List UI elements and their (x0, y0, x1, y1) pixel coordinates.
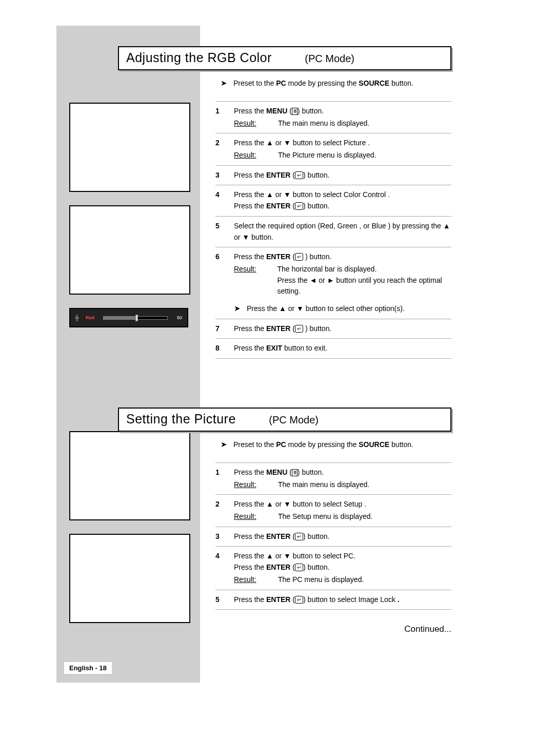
step-row: 3 Press the ENTER (↵) button. (215, 527, 451, 547)
intro-pc: PC (276, 440, 286, 449)
intro-text: button. (389, 79, 413, 87)
enter-icon: ↵ (295, 596, 303, 604)
continued-label: Continued... (215, 624, 451, 634)
result-label: Result (234, 574, 269, 586)
step-number: 1 (215, 106, 234, 129)
step-number: 4 (215, 551, 234, 585)
step-row: 1 Press the MENU (Ⅲ) button. ResultThe m… (215, 462, 451, 494)
step-row: 7 Press the ENTER (↵ ) button. (215, 319, 451, 339)
step-row: 3 Press the ENTER (↵) button. (215, 165, 451, 185)
rule (215, 609, 451, 610)
pointer-icon: ➤ (221, 79, 227, 88)
step-row: 8 Press the EXIT button to exit. (215, 338, 451, 358)
result-label: Result (234, 479, 269, 491)
step-number: 3 (215, 170, 234, 181)
result-text: The main menu is displayed. (278, 480, 369, 489)
step-row: 5 Select the required option (Red, Green… (215, 216, 451, 247)
menu-icon: Ⅲ (292, 108, 298, 115)
step-row: 2 Press the ▲ or ▼ button to select Pict… (215, 133, 451, 165)
step-body: Press the ENTER (↵) button. (234, 170, 451, 181)
intro-source: SOURCE (359, 440, 389, 449)
intro-text: mode by pressing the (286, 79, 359, 87)
osd-color-label: Red (86, 315, 99, 320)
section1-intro: ➤ Preset to the PC mode by pressing the … (221, 79, 451, 88)
step-number: 6 (215, 251, 234, 314)
section1-title: Adjusting the RGB Color (126, 50, 272, 65)
enter-icon: ↵ (295, 253, 303, 261)
step-body: Press the MENU (Ⅲ) button. ResultThe mai… (234, 106, 451, 129)
result-label: Result (234, 118, 269, 129)
enter-icon: ↵ (295, 564, 303, 571)
pointer-icon: ➤ (234, 302, 241, 314)
step-body: Select the required option (Red, Green ,… (234, 221, 451, 243)
step-number: 7 (215, 323, 234, 335)
step-number: 5 (215, 594, 234, 606)
step-body: Press the ▲ or ▼ button to select Color … (234, 189, 451, 211)
step-body: Press the ENTER (↵ ) button. Result The … (234, 251, 451, 314)
section2-title-box: Setting the Picture (PC Mode) (118, 408, 451, 432)
step-row: 5 Press the ENTER (↵) button to select I… (215, 590, 451, 610)
nav-arrows-icon: △▽ (75, 314, 78, 321)
result-text: The horizontal bar is displayed. Press t… (278, 264, 451, 297)
step-body: Press the EXIT button to exit. (234, 343, 451, 354)
step-number: 8 (215, 343, 234, 354)
step-number: 2 (215, 138, 234, 161)
intro-text: Preset to the (233, 440, 276, 449)
section2-title: Setting the Picture (126, 412, 236, 427)
step6-note: ➤ Press the ▲ or ▼ button to select othe… (234, 302, 451, 315)
step-body: Press the ENTER (↵ ) button. (234, 323, 451, 335)
intro-pc: PC (276, 79, 286, 87)
step-number: 2 (215, 499, 234, 522)
intro-source: SOURCE (359, 79, 389, 87)
result-label: Result (234, 150, 269, 161)
step-body: Press the ▲ or ▼ button to select Pictur… (234, 138, 451, 161)
result-text: The Picture menu is displayed. (278, 151, 376, 159)
step-row: 4 Press the ▲ or ▼ button to select PC. … (215, 546, 451, 589)
step-body: Press the ENTER (↵) button. (234, 531, 451, 542)
section2-mode: (PC Mode) (269, 414, 319, 426)
step-row: 4 Press the ▲ or ▼ button to select Colo… (215, 185, 451, 216)
step-body: Press the ENTER (↵) button to select Ima… (234, 594, 451, 606)
step-body: Press the MENU (Ⅲ) button. ResultThe mai… (234, 467, 451, 490)
step-number: 1 (215, 467, 234, 490)
result-label: Result (234, 511, 269, 522)
menu-icon: Ⅲ (292, 469, 298, 476)
step-row: 2 Press the ▲ or ▼ button to select Setu… (215, 494, 451, 526)
result-label: Result (234, 264, 269, 297)
intro-text: mode by pressing the (286, 440, 359, 449)
section1-mode: (PC Mode) (305, 53, 354, 65)
manual-page: △▽ Red 50 English - 18 Adjusting the RGB… (0, 0, 554, 756)
step-number: 4 (215, 189, 234, 211)
section2-steps: 1 Press the MENU (Ⅲ) button. ResultThe m… (215, 462, 451, 610)
step-body: Press the ▲ or ▼ button to select Setup … (234, 499, 451, 522)
result-text: The Setup menu is displayed. (278, 512, 372, 520)
pointer-icon: ➤ (221, 440, 227, 449)
section1-steps: 1 Press the MENU (Ⅲ) button. ResultThe m… (215, 101, 451, 359)
step-number: 3 (215, 531, 234, 542)
result-text: The PC menu is displayed. (278, 575, 364, 584)
intro-text: button. (389, 440, 413, 449)
section2-intro: ➤ Preset to the PC mode by pressing the … (221, 440, 451, 449)
content-area: Adjusting the RGB Color (PC Mode) ➤ Pres… (118, 46, 451, 634)
intro-text: Preset to the (233, 79, 276, 87)
page-number: English - 18 (64, 662, 112, 674)
step-row: 1 Press the MENU (Ⅲ) button. ResultThe m… (215, 101, 451, 133)
page-number-text: English - 18 (69, 664, 107, 672)
enter-icon: ↵ (295, 171, 303, 179)
enter-icon: ↵ (295, 202, 303, 210)
result-text: The main menu is displayed. (278, 119, 369, 127)
rule (215, 358, 451, 359)
enter-icon: ↵ (295, 533, 303, 540)
step-row: 6 Press the ENTER (↵ ) button. Result Th… (215, 247, 451, 318)
step-body: Press the ▲ or ▼ button to select PC. Pr… (234, 551, 451, 585)
section1-title-box: Adjusting the RGB Color (PC Mode) (118, 46, 451, 70)
enter-icon: ↵ (295, 325, 303, 333)
step-number: 5 (215, 221, 234, 243)
